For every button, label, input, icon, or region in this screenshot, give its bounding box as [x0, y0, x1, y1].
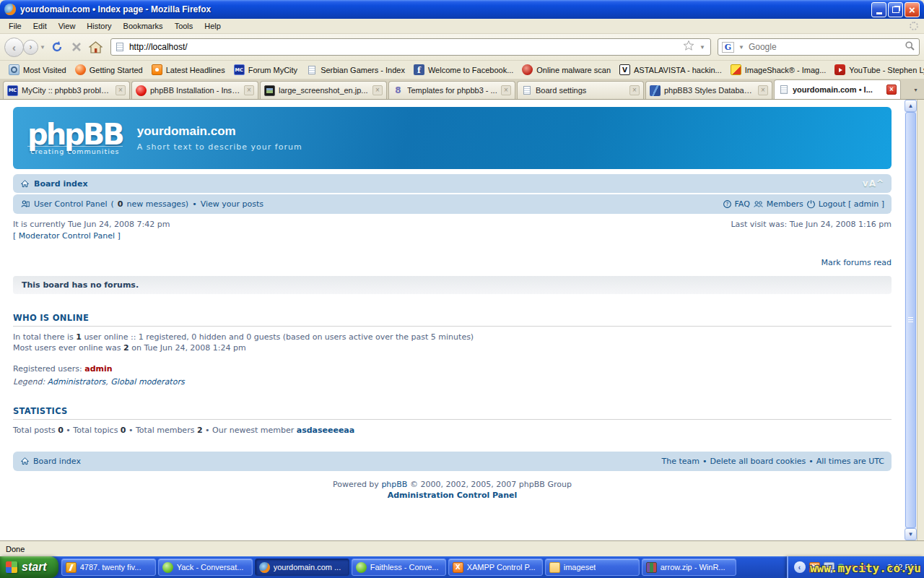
- ucp-icon: [20, 199, 30, 209]
- tab-close-icon[interactable]: [244, 85, 254, 95]
- time-info-row: It is currently Tue Jun 24, 2008 7:42 pm…: [13, 220, 892, 241]
- menu-item[interactable]: History: [81, 20, 117, 32]
- bookmark-item[interactable]: ASTALAVISTA - hackin...: [615, 63, 726, 77]
- mcp-link[interactable]: [ Moderator Control Panel ]: [13, 231, 170, 241]
- menu-item[interactable]: Tools: [169, 20, 199, 32]
- statistics-title: STATISTICS: [13, 406, 892, 420]
- minimize-icon[interactable]: [871, 2, 886, 17]
- mycity-icon: [234, 64, 245, 75]
- new-message-count: 0: [118, 199, 123, 209]
- taskbar-task[interactable]: Yack - Conversat...: [158, 558, 253, 576]
- menu-item[interactable]: Bookmarks: [118, 20, 169, 32]
- bookmark-item[interactable]: ImageShack® - Imag...: [726, 63, 831, 77]
- forward-button[interactable]: ›: [23, 40, 38, 55]
- tray-chevron-icon[interactable]: [794, 561, 806, 573]
- registered-user-admin[interactable]: admin: [84, 364, 112, 374]
- bookmark-item[interactable]: Getting Started: [71, 63, 147, 77]
- legend-global-moderators-link[interactable]: Global moderators: [110, 377, 184, 387]
- bookmark-item[interactable]: Latest Headlines: [147, 63, 230, 77]
- browser-tab[interactable]: MyCity :: phpbb3 proble...: [3, 81, 130, 99]
- footer-board-index-link[interactable]: Board index: [33, 457, 81, 466]
- url-dropdown-icon[interactable]: ▼: [698, 44, 707, 51]
- back-button[interactable]: ‹: [4, 38, 24, 57]
- bookmark-item[interactable]: Serbian Gamers - Index: [302, 63, 409, 77]
- view-posts-link[interactable]: View your posts: [201, 199, 263, 209]
- restore-icon[interactable]: [888, 2, 903, 17]
- browser-tab[interactable]: phpBB3 Styles Database...: [645, 81, 772, 99]
- legend-administrators-link[interactable]: Administrators: [48, 377, 106, 387]
- g8-icon: [393, 85, 404, 96]
- forum-header-banner: phpBB creating communities yourdomain.co…: [13, 107, 892, 169]
- getting-started-icon: [75, 64, 86, 75]
- scrollbar-thumb[interactable]: [905, 112, 916, 528]
- history-dropdown-icon[interactable]: ▼: [40, 44, 45, 51]
- url-bar[interactable]: ▼: [110, 38, 711, 56]
- taskbar-task[interactable]: yourdomain.com ...: [255, 558, 349, 576]
- rss-icon: [152, 64, 162, 75]
- page-icon: [521, 85, 532, 96]
- browser-tab[interactable]: Board settings: [517, 81, 644, 99]
- newest-member-link[interactable]: asdaseeeeaa: [297, 426, 355, 435]
- tab-close-icon[interactable]: [501, 85, 511, 95]
- acp-link[interactable]: Administration Control Panel: [388, 491, 518, 500]
- font-size-control[interactable]: vA^: [863, 178, 884, 189]
- tab-close-icon[interactable]: [372, 85, 383, 95]
- taskbar-task[interactable]: Faithless - Conve...: [352, 558, 446, 576]
- stop-icon[interactable]: [69, 39, 84, 55]
- tab-close-icon[interactable]: [886, 85, 897, 95]
- bookmark-item[interactable]: Forum MyCity: [230, 63, 302, 77]
- faq-link[interactable]: FAQ: [735, 199, 750, 209]
- browser-tab[interactable]: phpBB Installation - Inst...: [131, 81, 258, 99]
- tab-close-icon[interactable]: [116, 85, 126, 95]
- window-titlebar[interactable]: yourdomain.com • Index page - Mozilla Fi…: [0, 0, 924, 19]
- taskbar-task[interactable]: XAMPP Control P...: [448, 558, 543, 576]
- vertical-scrollbar[interactable]: ▲ ▼: [905, 100, 917, 540]
- no-forums-notice: This board has no forums.: [13, 276, 892, 294]
- magnifier-icon[interactable]: [905, 40, 915, 54]
- menu-item[interactable]: File: [3, 20, 27, 32]
- delete-cookies-link[interactable]: Delete all board cookies: [710, 457, 806, 466]
- tab-list-dropdown-icon[interactable]: [910, 82, 921, 97]
- browser-tab[interactable]: Templates for phpbb3 - ...: [388, 81, 515, 99]
- browser-tab[interactable]: large_screenshot_en.jp...: [260, 81, 387, 99]
- scroll-up-icon[interactable]: ▲: [905, 100, 917, 112]
- throbber-icon: [910, 22, 918, 30]
- bookmark-item[interactable]: YouTube - Stephen Ly...: [830, 63, 924, 77]
- home-icon: [20, 457, 30, 466]
- taskbar-task[interactable]: 4787. twenty fiv...: [61, 558, 156, 576]
- window-border: [917, 100, 924, 540]
- menu-item[interactable]: View: [53, 20, 82, 32]
- browser-tab[interactable]: yourdomain.com • I...: [774, 79, 901, 99]
- site-description: A short text to describe your forum: [137, 142, 302, 152]
- menu-item[interactable]: Edit: [27, 20, 53, 32]
- start-button[interactable]: start: [0, 556, 58, 578]
- bookmark-item[interactable]: Welcome to Facebook...: [409, 63, 518, 77]
- search-box[interactable]: ▼: [718, 38, 920, 56]
- taskbar-task[interactable]: arrow.zip - WinR...: [642, 558, 736, 576]
- mark-forums-read-link[interactable]: Mark forums read: [821, 258, 892, 267]
- reload-icon[interactable]: [49, 39, 65, 55]
- phpbb-link[interactable]: phpBB: [381, 480, 407, 489]
- tab-close-icon[interactable]: [629, 85, 640, 95]
- ucp-link[interactable]: User Control Panel: [34, 199, 108, 209]
- logout-link[interactable]: Logout [ admin ]: [819, 199, 884, 209]
- bookmark-item[interactable]: Most Visited: [4, 63, 71, 77]
- menu-item[interactable]: Help: [199, 20, 227, 32]
- board-index-link[interactable]: Board index: [34, 179, 88, 189]
- google-engine-icon[interactable]: [722, 42, 734, 53]
- taskbar-task[interactable]: imageset: [545, 558, 640, 576]
- scroll-down-icon[interactable]: ▼: [905, 528, 917, 540]
- red-orb-icon: [136, 85, 147, 96]
- search-input[interactable]: [749, 42, 902, 52]
- watermark: www.mycity.co.yu: [810, 561, 921, 575]
- tab-close-icon[interactable]: [758, 85, 768, 95]
- bookmark-star-icon[interactable]: [683, 40, 694, 54]
- engine-dropdown-icon[interactable]: ▼: [737, 44, 746, 51]
- bug-icon: [522, 64, 533, 75]
- the-team-link[interactable]: The team: [662, 457, 700, 466]
- home-icon[interactable]: [88, 39, 104, 55]
- url-input[interactable]: [129, 42, 679, 52]
- bookmark-item[interactable]: Online malware scan: [518, 63, 615, 77]
- close-icon[interactable]: [905, 2, 920, 17]
- members-link[interactable]: Members: [767, 199, 803, 209]
